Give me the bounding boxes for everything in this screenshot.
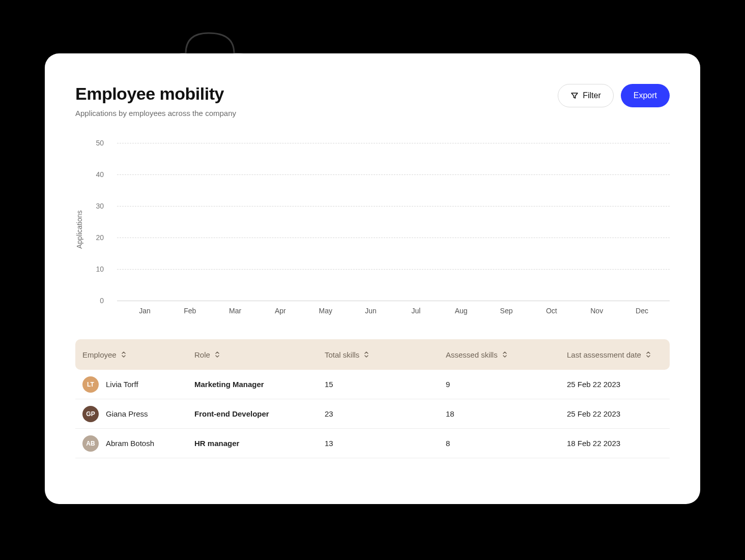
chart-ytick: 40 — [96, 170, 109, 179]
employee-name: Livia Torff — [106, 380, 138, 389]
table-body: LTLivia TorffMarketing Manager15925 Feb … — [75, 370, 670, 458]
employee-name: Giana Press — [106, 409, 148, 418]
chart-ytick: 30 — [96, 202, 109, 210]
chart-xtick: Sep — [484, 303, 529, 316]
chart-xtick: Apr — [257, 303, 303, 316]
table-header-total_skills[interactable]: Total skills — [325, 350, 446, 359]
filter-button[interactable]: Filter — [558, 84, 614, 107]
employee-name: Abram Botosh — [106, 439, 154, 448]
chart-gridline — [117, 238, 670, 238]
sort-icon — [214, 351, 220, 358]
sort-icon — [645, 351, 651, 358]
chart-xtick: Dec — [619, 303, 665, 316]
employee-role: Front-end Developer — [194, 409, 325, 418]
table-header-role[interactable]: Role — [194, 350, 325, 359]
avatar: LT — [82, 376, 99, 393]
export-button-label: Export — [634, 91, 657, 100]
sort-icon — [363, 351, 369, 358]
filter-button-label: Filter — [583, 91, 601, 100]
chart-xtick: Nov — [574, 303, 619, 316]
last-assessment-date: 18 Feb 22 2023 — [567, 439, 663, 448]
chart-gridline — [117, 301, 670, 301]
table-header-label: Employee — [82, 350, 117, 359]
chart-xtick: Jun — [348, 303, 393, 316]
page-subtitle: Applications by employees across the com… — [75, 109, 236, 117]
card-header: Employee mobility Applications by employ… — [75, 84, 670, 117]
chart-xtick: Aug — [439, 303, 484, 316]
chart-xtick: May — [303, 303, 348, 316]
total-skills: 23 — [325, 409, 446, 418]
table-row[interactable]: GPGiana PressFront-end Developer231825 F… — [75, 399, 670, 429]
assessed-skills: 8 — [446, 439, 567, 448]
chart-gridline — [117, 206, 670, 207]
assessed-skills: 9 — [446, 380, 567, 389]
chart-xtick: Oct — [529, 303, 574, 316]
filter-icon — [570, 92, 579, 100]
chart-gridline — [117, 174, 670, 175]
table-header-label: Assessed skills — [446, 350, 498, 359]
table-header-label: Last assessment date — [567, 350, 641, 359]
chart-plot — [117, 143, 670, 301]
avatar: GP — [82, 406, 99, 422]
chart-xtick: Jul — [393, 303, 439, 316]
table-row[interactable]: LTLivia TorffMarketing Manager15925 Feb … — [75, 370, 670, 399]
total-skills: 15 — [325, 380, 446, 389]
chart-ytick: 0 — [100, 297, 109, 305]
chart-gridline — [117, 143, 670, 143]
assessed-skills: 18 — [446, 409, 567, 418]
chart-container: Applications 50403020100 JanFebMarAprMay… — [75, 143, 670, 316]
employee-table: EmployeeRoleTotal skillsAssessed skillsL… — [75, 339, 670, 458]
table-header-label: Total skills — [325, 350, 359, 359]
chart-ytick: 50 — [96, 139, 109, 147]
chart-xtick: Feb — [167, 303, 213, 316]
export-button[interactable]: Export — [621, 84, 670, 107]
dashboard-card: Employee mobility Applications by employ… — [45, 53, 700, 504]
chart-ytick: 20 — [96, 233, 109, 242]
employee-role: HR manager — [194, 439, 325, 448]
table-header: EmployeeRoleTotal skillsAssessed skillsL… — [75, 339, 670, 370]
table-header-last_assessment[interactable]: Last assessment date — [567, 350, 663, 359]
chart-xtick: Mar — [213, 303, 258, 316]
table-header-assessed_skills[interactable]: Assessed skills — [446, 350, 567, 359]
page-title: Employee mobility — [75, 84, 236, 104]
total-skills: 13 — [325, 439, 446, 448]
employee-role: Marketing Manager — [194, 380, 325, 389]
table-row[interactable]: ABAbram BotoshHR manager13818 Feb 22 202… — [75, 429, 670, 458]
table-header-employee[interactable]: Employee — [82, 350, 194, 359]
chart-xaxis: JanFebMarAprMayJunJulAugSepOctNovDec — [117, 303, 670, 316]
last-assessment-date: 25 Feb 22 2023 — [567, 409, 663, 418]
table-header-label: Role — [194, 350, 210, 359]
chart-gridline — [117, 269, 670, 270]
last-assessment-date: 25 Feb 22 2023 — [567, 380, 663, 389]
chart-xtick: Jan — [122, 303, 167, 316]
chart-yaxis: 50403020100 — [87, 143, 114, 301]
chart-ytick: 10 — [96, 265, 109, 273]
sort-icon — [502, 351, 508, 358]
sort-icon — [121, 351, 127, 358]
avatar: AB — [82, 435, 99, 452]
chart-ylabel: Applications — [75, 143, 83, 316]
